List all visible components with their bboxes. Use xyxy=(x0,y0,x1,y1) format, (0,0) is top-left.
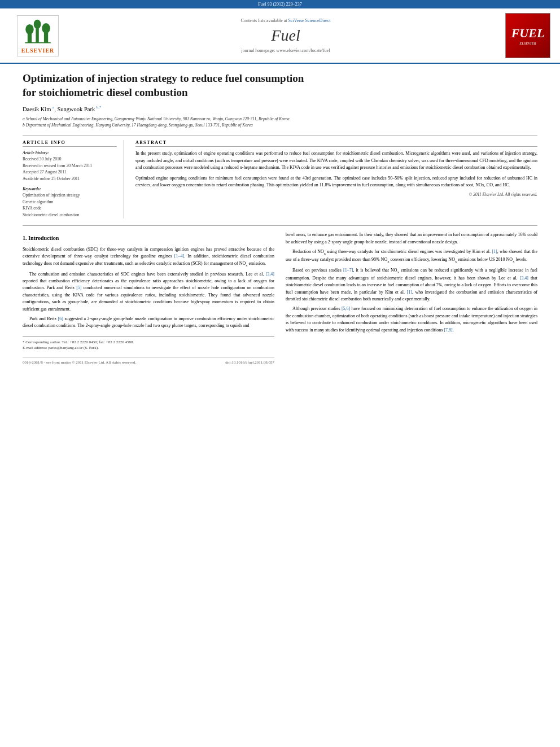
authors-line: Daesik Kim a, Sungwook Park b,* xyxy=(23,105,537,112)
article-title: Optimization of injection strategy to re… xyxy=(23,72,537,99)
page-wrapper: Fuel 93 (2012) 229–237 ELSEVIER xyxy=(0,0,560,747)
fuel-logo-box: FUEL ELSEVIER xyxy=(502,13,553,58)
article-content: Optimization of injection strategy to re… xyxy=(0,64,560,377)
abstract-text: In the present study, optimization of en… xyxy=(135,150,537,189)
intro-heading: 1. Introduction xyxy=(23,234,274,243)
received-date: Received 30 July 2010 xyxy=(23,156,117,163)
elsevier-tree-icon xyxy=(21,18,55,46)
footnote-email: E-mail address: parks@hanyang.ac.kr (S. … xyxy=(23,345,274,351)
footer-doi: doi:10.1016/j.fuel.2011.08.057 xyxy=(225,360,274,366)
journal-title: Fuel xyxy=(271,27,300,45)
intro-para2: The combustion and emission characterist… xyxy=(23,271,274,313)
abstract-para2: Optimized engine operating conditions fo… xyxy=(135,175,537,189)
journal-ref-bar: Fuel 93 (2012) 229–237 xyxy=(0,0,560,8)
affiliations: a School of Mechanical and Automotive En… xyxy=(23,116,537,129)
copyright-line: © 2011 Elsevier Ltd. All rights reserved… xyxy=(135,192,537,197)
fuel-logo: FUEL ELSEVIER xyxy=(505,13,550,58)
journal-header: ELSEVIER Contents lists available at Sci… xyxy=(0,8,560,64)
footer-bar: 0016-2361/$ - see front matter © 2011 El… xyxy=(23,357,274,366)
article-info-label: ARTICLE INFO xyxy=(23,140,117,147)
keywords-label: Keywords: xyxy=(23,186,117,191)
history-label: Article history: xyxy=(23,150,117,155)
available-date: Available online 25 October 2011 xyxy=(23,176,117,182)
abstract-label: ABSTRACT xyxy=(135,140,537,147)
svg-rect-4 xyxy=(44,32,48,42)
right-para1: bowl areas, to enhance gas entrainment. … xyxy=(286,231,537,246)
accepted-date: Accepted 27 August 2011 xyxy=(23,169,117,176)
footnote-area: * Corresponding author. Tel.: +82 2 2220… xyxy=(23,337,274,351)
abstract-col: ABSTRACT In the present study, optimizat… xyxy=(135,140,537,219)
svg-rect-0 xyxy=(28,33,32,42)
svg-point-1 xyxy=(25,24,34,34)
footer-issn: 0016-2361/$ - see front matter © 2011 El… xyxy=(23,360,136,366)
keywords-section: Keywords: Optimization of injection stra… xyxy=(23,186,117,218)
right-para3: Based on previous studies [1–7], it is b… xyxy=(286,267,537,303)
journal-ref-text: Fuel 93 (2012) 229–237 xyxy=(258,2,302,7)
svg-rect-2 xyxy=(36,28,38,42)
footnote-corresponding: * Corresponding author. Tel.: +82 2 2220… xyxy=(23,339,274,346)
affiliation-a: a School of Mechanical and Automotive En… xyxy=(23,116,537,122)
elsevier-logo-area: ELSEVIER xyxy=(7,13,69,58)
svg-point-3 xyxy=(34,19,41,28)
elsevier-logo-box: ELSEVIER xyxy=(17,15,59,56)
intro-para1: Stoichiometric diesel combustion (SDC) f… xyxy=(23,246,274,268)
article-history: Article history: Received 30 July 2010 R… xyxy=(23,150,117,182)
body-col-left: 1. Introduction Stoichiometric diesel co… xyxy=(23,231,274,365)
sciverse-line: Contents lists available at SciVerse Sci… xyxy=(241,18,331,23)
received-revised-date: Received in revised form 20 March 2011 xyxy=(23,163,117,169)
svg-point-5 xyxy=(42,23,50,33)
keyword-4: Stoichiometric diesel combustion xyxy=(23,212,117,219)
keyword-2: Genetic algorithm xyxy=(23,199,117,206)
body-col-right: bowl areas, to enhance gas entrainment. … xyxy=(286,231,537,365)
body-two-col: 1. Introduction Stoichiometric diesel co… xyxy=(23,231,537,365)
affiliation-b: b Department of Mechanical Engineering, … xyxy=(23,122,537,128)
journal-center: Contents lists available at SciVerse Sci… xyxy=(75,13,497,58)
article-info-col: ARTICLE INFO Article history: Received 3… xyxy=(23,140,124,219)
body-divider xyxy=(23,225,537,226)
journal-homepage: journal homepage: www.elsevier.com/locat… xyxy=(242,48,330,53)
right-para4: Although previous studies [5,6] have foc… xyxy=(286,305,537,334)
intro-para3: Park and Reitz [6] suggested a 2-spray-a… xyxy=(23,316,274,330)
keyword-1: Optimization of injection strategy xyxy=(23,193,117,199)
abstract-para1: In the present study, optimization of en… xyxy=(135,150,537,171)
elsevier-label: ELSEVIER xyxy=(21,47,55,54)
article-info-abstract-section: ARTICLE INFO Article history: Received 3… xyxy=(23,135,537,219)
right-para2: Reduction of NOx using three-way catalys… xyxy=(286,248,537,264)
sciverse-link[interactable]: SciVerse ScienceDirect xyxy=(288,18,331,23)
keyword-3: KIVA code xyxy=(23,206,117,212)
